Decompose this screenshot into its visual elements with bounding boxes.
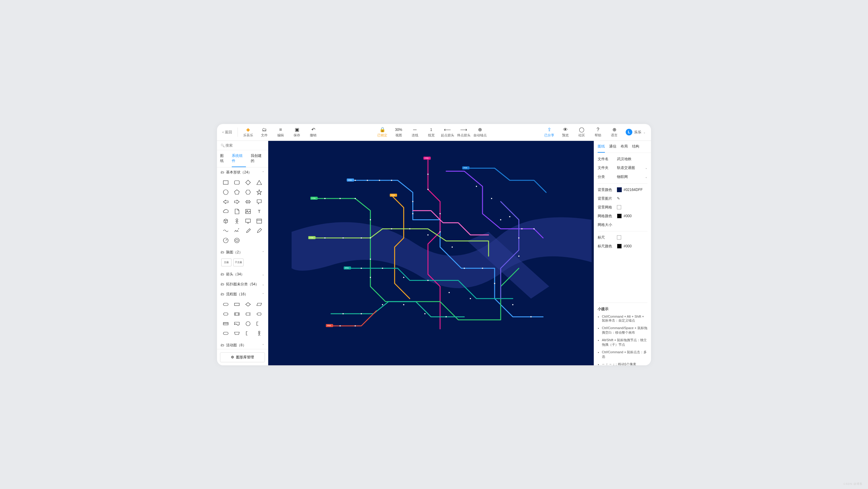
shape-arrow-right[interactable]: [232, 198, 242, 206]
shape-star[interactable]: [254, 188, 264, 196]
connect-menu[interactable]: ─ 连线: [408, 125, 422, 139]
undo-button[interactable]: ↶ 撤销: [306, 125, 320, 139]
help-button[interactable]: ? 帮助: [591, 125, 605, 139]
sidebar-tab-mine[interactable]: 我创建的: [251, 150, 265, 167]
category-mind[interactable]: 🗁 脑图（2） ⌃: [217, 247, 268, 257]
end-arrow-menu[interactable]: ⟶ 终点箭头: [457, 125, 471, 139]
shape-circle[interactable]: [221, 188, 230, 196]
ruler-checkbox[interactable]: [617, 235, 621, 239]
share-button[interactable]: ⇪ 已分享: [542, 125, 556, 139]
svg-rect-13: [235, 303, 239, 306]
zoom-control[interactable]: 30% 视图: [392, 125, 406, 139]
shape-bracket[interactable]: [244, 329, 253, 337]
shape-capsule[interactable]: [221, 329, 230, 337]
shape-comment[interactable]: [254, 320, 264, 327]
shape-process[interactable]: [232, 300, 242, 308]
canvas[interactable]: 1号线 2号线 4号线 6号线 6号线 1号线 3号线 5号线: [268, 141, 594, 365]
gridcolor-control[interactable]: #000: [617, 213, 647, 219]
sidebar-tab-diagram[interactable]: 图纸: [220, 150, 227, 167]
shape-monitor[interactable]: [244, 217, 253, 225]
svg-point-6: [236, 219, 238, 221]
shape-wave[interactable]: [221, 227, 230, 235]
save-button[interactable]: ▣ 保存: [290, 125, 304, 139]
user-menu[interactable]: L 乐乐 ⌄: [623, 127, 648, 137]
linewidth-menu[interactable]: 1 线宽: [424, 125, 438, 139]
svg-point-45: [355, 179, 356, 181]
svg-rect-17: [223, 332, 228, 335]
shape-data[interactable]: [254, 300, 264, 308]
panel-tab-diagram[interactable]: 图纸: [598, 141, 605, 153]
category-basic[interactable]: 🗁 基本形状（24） ⌃: [217, 167, 268, 177]
shape-file[interactable]: [232, 207, 242, 215]
preview-button[interactable]: 👁 预览: [558, 125, 572, 139]
shape-doc[interactable]: [232, 320, 242, 327]
bggrid-label: 背景网格: [598, 205, 615, 210]
search-input[interactable]: [220, 143, 265, 147]
shape-storage[interactable]: [244, 310, 253, 318]
shape-prep[interactable]: [221, 310, 230, 318]
shape-cube[interactable]: [221, 217, 230, 225]
shape-mind-topic[interactable]: 主题: [221, 259, 231, 266]
category-flow[interactable]: 🗁 流程图（16） ⌃: [217, 289, 268, 299]
shape-rect[interactable]: [221, 179, 230, 186]
bgcolor-control[interactable]: #02164DFF: [617, 187, 647, 192]
shape-arrow-both[interactable]: [244, 198, 253, 206]
shape-image[interactable]: [244, 207, 253, 215]
category-activity[interactable]: 🗁 活动图（8） ⌃: [217, 340, 268, 349]
folder-icon: 🗁: [221, 250, 224, 254]
shape-mind-sub[interactable]: 子主题: [233, 259, 244, 266]
shape-terminator[interactable]: [221, 300, 230, 308]
folder-select[interactable]: 轨道交通图 ⌄: [617, 165, 647, 171]
shape-display[interactable]: [254, 310, 264, 318]
shape-pentagon[interactable]: [232, 188, 242, 196]
shape-pencil[interactable]: [254, 227, 264, 235]
panel-tab-layout[interactable]: 布局: [621, 141, 628, 153]
sidebar-tab-system[interactable]: 系统组件: [232, 150, 246, 167]
lock-button[interactable]: 🔒 已锁定: [375, 125, 390, 139]
community-button[interactable]: ◯ 社区: [575, 125, 589, 139]
shape-actor[interactable]: [254, 329, 264, 337]
connect-label: 连线: [412, 133, 418, 138]
category-topo[interactable]: 🗁 拓扑图未分类（54） ⌄: [217, 279, 268, 289]
edit-menu[interactable]: ≡ 编辑: [273, 125, 288, 139]
shape-arrow-left[interactable]: [221, 198, 230, 206]
file-menu[interactable]: 🗂 文件: [257, 125, 272, 139]
shape-ring[interactable]: [232, 236, 242, 244]
sidebar-tabs: 图纸 系统组件 我创建的: [217, 150, 268, 167]
lock-icon: 🔒: [379, 127, 385, 133]
shape-cloud[interactable]: [221, 207, 230, 215]
shape-card[interactable]: [221, 320, 230, 327]
shape-text[interactable]: T: [254, 207, 264, 215]
tip-item: Alt/Shift + 鼠标拖拽节点：独立拖拽（子）节点: [602, 338, 647, 347]
shape-roundrect[interactable]: [232, 179, 242, 186]
start-arrow-menu[interactable]: ⟵ 起点箭头: [440, 125, 455, 139]
bgimg-control[interactable]: ✎: [617, 196, 647, 201]
panel-tab-comm[interactable]: 通信: [609, 141, 616, 153]
shape-signature[interactable]: [232, 227, 242, 235]
brand-menu[interactable]: ◆ 乐吾乐: [241, 125, 255, 139]
shape-person[interactable]: [232, 217, 242, 225]
shape-manual[interactable]: [232, 329, 242, 337]
shape-gauge[interactable]: [221, 236, 230, 244]
svg-point-70: [361, 237, 362, 238]
shape-connector[interactable]: [244, 320, 253, 327]
shape-iframe[interactable]: [254, 217, 264, 225]
bggrid-checkbox[interactable]: [617, 205, 621, 209]
class-select[interactable]: 物联网 ⌄: [617, 174, 647, 180]
shape-predef[interactable]: [232, 310, 242, 318]
shape-triangle[interactable]: [254, 179, 264, 186]
category-arrow[interactable]: 🗁 箭头（34） ⌄: [217, 269, 268, 279]
shape-decision[interactable]: [244, 300, 253, 308]
filename-value[interactable]: 武汉地铁: [617, 156, 647, 162]
shape-callout[interactable]: [254, 198, 264, 206]
shape-brush[interactable]: [244, 227, 253, 235]
panel-tab-struct[interactable]: 结构: [632, 141, 639, 153]
sidebar-scroll[interactable]: 🗁 基本形状（24） ⌃: [217, 167, 268, 349]
auto-anchor-button[interactable]: ⊕ 自动锚点: [473, 125, 487, 139]
back-button[interactable]: ‹ 返回: [220, 130, 235, 135]
shape-diamond[interactable]: [244, 179, 253, 186]
library-manage-button[interactable]: ⚙ 图形库管理: [220, 352, 265, 362]
language-menu[interactable]: ⊕ 语言: [607, 125, 621, 139]
rulercolor-control[interactable]: #000: [617, 244, 647, 249]
shape-hexagon[interactable]: [244, 188, 253, 196]
